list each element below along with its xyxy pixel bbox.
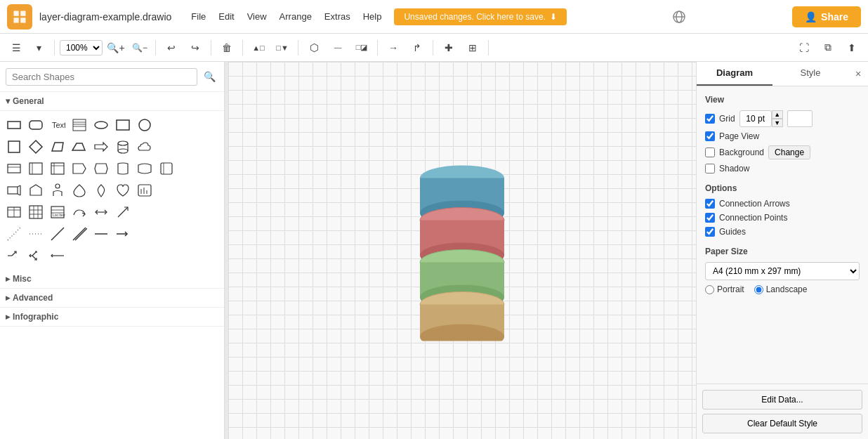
search-shapes-input[interactable] [6, 68, 197, 86]
shape-multi-arrow-2[interactable] [26, 246, 46, 266]
shape-placeholder-1[interactable] [157, 115, 176, 135]
section-infographic[interactable]: ▸ Infographic [0, 308, 224, 327]
clear-default-style-btn[interactable]: Clear Default Style [702, 414, 862, 433]
shape-r31[interactable] [4, 159, 24, 178]
menu-extras[interactable]: Extras [319, 8, 356, 25]
landscape-radio[interactable] [754, 285, 763, 294]
shape-r51[interactable] [4, 202, 24, 222]
redo-btn[interactable]: ↪ [185, 38, 206, 58]
shape-diagonal-dots[interactable] [4, 224, 24, 244]
section-misc[interactable]: ▸ Misc [0, 270, 224, 289]
menu-edit[interactable]: Edit [213, 8, 239, 25]
zoom-out-btn[interactable]: 🔍− [129, 38, 150, 58]
connection-arrows-checkbox[interactable] [705, 199, 715, 209]
shape-rect-round[interactable] [26, 115, 46, 135]
shape-r42[interactable] [26, 181, 46, 200]
shape-person[interactable] [48, 181, 67, 200]
shape-r49[interactable] [178, 181, 198, 200]
shape-multi-arrow-1[interactable] [4, 246, 24, 266]
shape-rect-small[interactable] [4, 115, 24, 135]
shape-parallelogram[interactable] [48, 137, 67, 157]
line-color-btn[interactable]: ─ [327, 38, 348, 58]
shape-angled-arrow[interactable] [113, 202, 133, 222]
shape-square[interactable] [4, 137, 24, 157]
connection-btn[interactable]: → [383, 38, 404, 58]
insert-btn[interactable]: ✚ [438, 38, 459, 58]
shape-trapezoid[interactable] [70, 137, 89, 157]
grid-color-swatch[interactable] [787, 110, 813, 127]
shape-r36[interactable] [113, 159, 133, 178]
shape-r44[interactable] [70, 181, 89, 200]
shape-r45[interactable] [91, 181, 111, 200]
shape-r59[interactable] [178, 202, 198, 222]
split-view-btn[interactable]: ⧉ [817, 38, 839, 58]
shape-arrow-right[interactable] [91, 137, 111, 157]
shape-arrow-line[interactable] [113, 224, 133, 244]
shape-r47[interactable] [135, 181, 154, 200]
paper-size-select[interactable]: A4 (210 mm x 297 mm) A3 (297 mm x 420 mm… [705, 262, 860, 280]
share-button[interactable]: 👤 Share [792, 6, 861, 27]
shape-ellipse-h[interactable] [91, 115, 111, 135]
shape-r76[interactable] [135, 246, 154, 266]
shape-r58[interactable] [157, 202, 176, 222]
zoom-selector[interactable]: 100% 75% 150% [60, 40, 103, 55]
shape-slash[interactable] [48, 224, 67, 244]
grid-down-btn[interactable]: ▼ [772, 119, 783, 127]
shape-p8[interactable] [157, 137, 176, 157]
shape-r37[interactable] [135, 159, 154, 178]
menu-help[interactable]: Help [357, 8, 388, 25]
shape-double-arrow[interactable] [91, 202, 111, 222]
tab-diagram[interactable]: Diagram [697, 62, 772, 86]
shadow-btn[interactable]: □◪ [351, 38, 372, 58]
shape-cylinder[interactable] [113, 137, 133, 157]
shape-text[interactable]: Text [48, 115, 67, 135]
shape-r41[interactable] [4, 181, 24, 200]
shape-r79[interactable] [200, 246, 220, 266]
canvas[interactable] [228, 62, 696, 439]
shape-r53[interactable]: List Item [48, 202, 67, 222]
search-icon-btn[interactable]: 🔍 [200, 67, 218, 86]
shape-circle[interactable] [135, 115, 154, 135]
shape-horiz-dots[interactable] [26, 224, 46, 244]
portrait-radio[interactable] [705, 285, 714, 294]
shape-rect-large[interactable] [113, 115, 133, 135]
shape-diamond[interactable] [26, 137, 46, 157]
shape-r77[interactable] [157, 246, 176, 266]
shape-r34[interactable] [70, 159, 89, 178]
shape-r66[interactable] [135, 224, 154, 244]
edit-data-btn[interactable]: Edit Data... [702, 390, 862, 409]
shape-r52[interactable] [26, 202, 46, 222]
shape-r74[interactable] [91, 246, 111, 266]
waypoint-btn[interactable]: ↱ [407, 38, 428, 58]
shape-curved-arrow[interactable] [70, 202, 89, 222]
shape-r78[interactable] [178, 246, 198, 266]
delete-btn[interactable]: 🗑 [216, 38, 237, 58]
shape-r48[interactable] [157, 181, 176, 200]
shape-r310[interactable] [200, 159, 220, 178]
shape-r32[interactable] [26, 159, 46, 178]
background-checkbox[interactable] [705, 148, 715, 157]
to-front-btn[interactable]: ▲□ [248, 38, 269, 58]
shape-r57[interactable] [135, 202, 154, 222]
menu-view[interactable]: View [242, 8, 272, 25]
section-general[interactable]: ▾ General [0, 92, 224, 111]
shape-horiz-line[interactable] [91, 224, 111, 244]
page-view-checkbox[interactable] [705, 131, 715, 141]
shadow-checkbox[interactable] [705, 164, 715, 173]
shape-double-slash[interactable] [70, 224, 89, 244]
shape-p10[interactable] [200, 137, 220, 157]
unsaved-banner[interactable]: Unsaved changes. Click here to save. ⬇ [394, 8, 566, 25]
guides-checkbox[interactable] [705, 227, 715, 237]
shape-cloud[interactable] [135, 137, 154, 157]
shape-r410[interactable] [200, 181, 220, 200]
shape-p9[interactable] [178, 137, 198, 157]
grid-checkbox[interactable] [705, 114, 715, 124]
tab-style[interactable]: Style [772, 62, 848, 86]
fill-color-btn[interactable]: ⬡ [303, 38, 324, 58]
shape-r38[interactable] [157, 159, 176, 178]
section-advanced[interactable]: ▸ Advanced [0, 289, 224, 308]
shape-multi-arrow-3[interactable] [48, 246, 67, 266]
shape-r46[interactable] [113, 181, 133, 200]
shape-r68[interactable] [178, 224, 198, 244]
shape-r69[interactable] [200, 224, 220, 244]
